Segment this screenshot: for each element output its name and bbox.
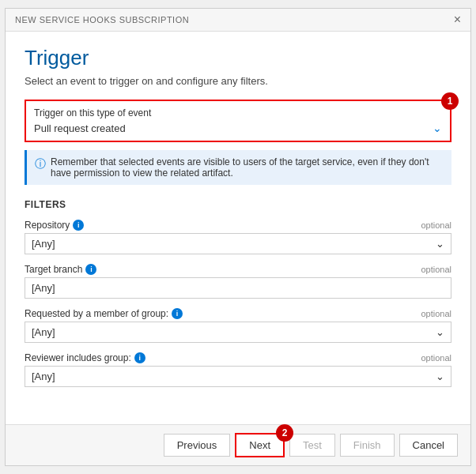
dialog-header-title: NEW SERVICE HOOKS SUBSCRIPTION: [15, 15, 189, 24]
finish-button[interactable]: Finish: [340, 434, 395, 457]
filter-label-row: Repository i optional: [25, 220, 451, 231]
filter-target-branch: Target branch i optional [Any]: [25, 264, 451, 299]
dialog-footer: Previous Next 2 Test Finish Cancel: [6, 424, 470, 465]
filter-label: Target branch i: [25, 264, 96, 275]
requested-by-value: [Any]: [32, 326, 55, 338]
reviewer-select[interactable]: [Any] ⌄: [25, 366, 451, 387]
filter-label-row: Target branch i optional: [25, 264, 451, 275]
filter-label-text: Requested by a member of group:: [25, 308, 168, 319]
repository-value: [Any]: [32, 238, 55, 250]
info-text: Remember that selected events are visibl…: [51, 156, 444, 179]
filter-repository: Repository i optional [Any] ⌄: [25, 220, 451, 254]
previous-button[interactable]: Previous: [164, 434, 231, 457]
filters-section: FILTERS Repository i optional [Any] ⌄: [25, 199, 451, 387]
reviewer-value: [Any]: [32, 371, 55, 382]
dialog-header: NEW SERVICE HOOKS SUBSCRIPTION ×: [6, 9, 470, 32]
info-circle-icon[interactable]: i: [85, 264, 96, 275]
info-box: ⓘ Remember that selected events are visi…: [25, 150, 451, 185]
event-type-value: Pull request created: [34, 122, 433, 134]
filter-optional: optional: [421, 353, 451, 363]
info-circle-icon[interactable]: i: [172, 308, 183, 319]
step-badge-2: 2: [276, 424, 293, 442]
event-section[interactable]: Trigger on this type of event Pull reque…: [25, 100, 451, 142]
filter-label: Reviewer includes group: i: [25, 352, 145, 363]
filter-label-text: Repository: [25, 220, 70, 231]
filter-label-row: Requested by a member of group: i option…: [25, 308, 451, 319]
page-subtitle: Select an event to trigger on and config…: [25, 75, 451, 87]
repository-select[interactable]: [Any] ⌄: [25, 233, 451, 254]
filter-label-text: Reviewer includes group:: [25, 352, 131, 363]
filter-label: Requested by a member of group: i: [25, 308, 183, 319]
chevron-down-icon: ⌄: [433, 122, 442, 134]
close-button[interactable]: ×: [454, 13, 461, 26]
test-button[interactable]: Test: [289, 434, 335, 457]
filters-title: FILTERS: [25, 199, 451, 210]
info-icon: ⓘ: [35, 157, 46, 171]
info-circle-icon[interactable]: i: [73, 220, 84, 231]
target-branch-value: [Any]: [32, 282, 55, 294]
filter-optional: optional: [421, 220, 451, 230]
event-type-select[interactable]: Pull request created ⌄: [34, 122, 442, 134]
filter-optional: optional: [421, 309, 451, 318]
chevron-down-icon: ⌄: [436, 238, 444, 250]
filter-label: Repository i: [25, 220, 84, 231]
chevron-down-icon: ⌄: [436, 326, 444, 338]
cancel-button[interactable]: Cancel: [399, 434, 458, 457]
filter-label-row: Reviewer includes group: i optional: [25, 352, 451, 363]
info-circle-icon[interactable]: i: [134, 352, 145, 363]
filter-label-text: Target branch: [25, 264, 82, 275]
requested-by-select[interactable]: [Any] ⌄: [25, 322, 451, 343]
filter-optional: optional: [421, 265, 451, 274]
filter-reviewer: Reviewer includes group: i optional [Any…: [25, 352, 451, 387]
dialog: NEW SERVICE HOOKS SUBSCRIPTION × Trigger…: [5, 8, 471, 466]
step-badge-1: 1: [441, 92, 459, 110]
dialog-body: Trigger Select an event to trigger on an…: [6, 32, 470, 424]
filter-requested-by: Requested by a member of group: i option…: [25, 308, 451, 343]
chevron-down-icon: ⌄: [436, 371, 444, 382]
event-type-label: Trigger on this type of event: [34, 107, 442, 118]
target-branch-input[interactable]: [Any]: [25, 277, 451, 299]
page-title: Trigger: [25, 46, 451, 70]
